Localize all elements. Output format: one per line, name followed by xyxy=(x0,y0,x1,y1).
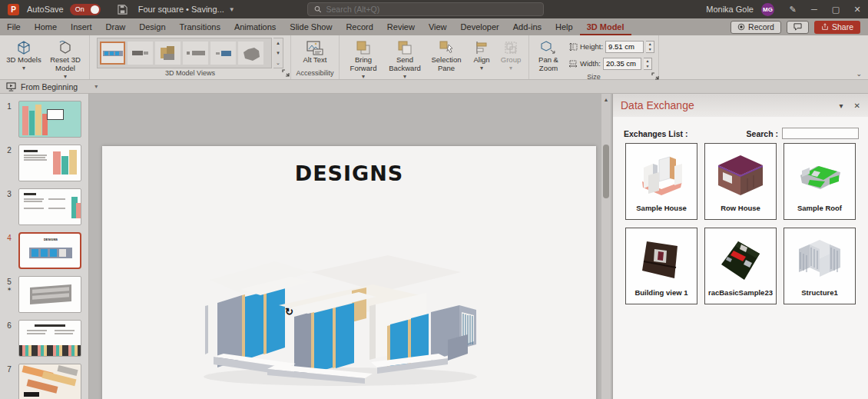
model-card-sample-roof[interactable]: Sample Roof xyxy=(784,143,856,220)
powerpoint-logo-icon[interactable]: P xyxy=(8,4,19,15)
tab-insert[interactable]: Insert xyxy=(64,18,99,35)
model-card-racbasicsample23[interactable]: racBasicSample23 xyxy=(704,228,777,304)
tab-add-ins[interactable]: Add-ins xyxy=(506,18,548,35)
reset-3d-model-button[interactable]: Reset 3D Model▾ xyxy=(45,38,85,80)
tab-record[interactable]: Record xyxy=(339,18,379,35)
model-label: Sample House xyxy=(626,204,697,212)
model-label: Sample Roof xyxy=(784,204,855,212)
exchanges-list-label: Exchanges List : xyxy=(624,129,687,138)
model-card-building-view-1[interactable]: Building view 1 xyxy=(625,228,697,304)
group-label-accessibility: Accessibility xyxy=(291,68,339,79)
model-card-sample-house[interactable]: Sample House xyxy=(625,143,697,220)
align-button[interactable]: Align▾ xyxy=(468,38,495,80)
gallery-more-button[interactable]: ⌄ xyxy=(273,58,283,68)
user-name[interactable]: Monika Gole xyxy=(706,5,754,14)
slide-thumbnail-5[interactable]: 5 ✶ xyxy=(0,276,88,313)
chevron-down-icon: ▾ xyxy=(22,65,25,71)
tab-draw[interactable]: Draw xyxy=(99,18,133,35)
search-icon xyxy=(314,5,321,13)
view-thumbnail[interactable] xyxy=(128,42,153,65)
tab-3d-model[interactable]: 3D Model xyxy=(580,18,631,35)
3d-models-button[interactable]: 3D Models▾ xyxy=(4,38,44,80)
tab-design[interactable]: Design xyxy=(132,18,172,35)
quick-toolbar: From Beginning ▾ xyxy=(0,80,868,94)
close-button[interactable]: ✕ xyxy=(846,0,868,18)
tab-developer[interactable]: Developer xyxy=(454,18,506,35)
width-input[interactable] xyxy=(603,58,641,70)
tab-transitions[interactable]: Transitions xyxy=(173,18,227,35)
record-dot-icon xyxy=(737,23,745,31)
maximize-button[interactable]: ▢ xyxy=(825,0,846,18)
minimize-button[interactable]: ─ xyxy=(803,0,825,18)
view-thumbnail[interactable] xyxy=(238,42,263,65)
record-button[interactable]: Record xyxy=(731,21,781,34)
model-card-structure1[interactable]: Structure1 xyxy=(784,228,856,304)
canvas-scrollbar[interactable]: ▲ xyxy=(601,94,611,399)
panel-dropdown-icon[interactable]: ▾ xyxy=(840,101,843,110)
scrollbar-thumb[interactable] xyxy=(603,145,609,198)
chevron-down-icon[interactable]: ▾ xyxy=(94,83,98,90)
comments-button[interactable] xyxy=(787,21,809,34)
group-objects-icon xyxy=(502,39,520,56)
slide-thumbnail-2[interactable]: 2 xyxy=(0,145,88,181)
dialog-launcher-icon[interactable] xyxy=(282,69,290,78)
selection-pane-icon xyxy=(437,39,456,56)
height-input[interactable] xyxy=(605,41,644,53)
view-thumbnail[interactable] xyxy=(155,42,181,65)
draw-pen-icon[interactable]: ✎ xyxy=(782,0,803,18)
slide-editing-area[interactable]: DESIGNS xyxy=(102,146,596,399)
group-button[interactable]: Group▾ xyxy=(497,38,525,80)
search-input[interactable] xyxy=(326,5,537,14)
building-view-1-thumbnail xyxy=(632,233,691,287)
tab-animations[interactable]: Animations xyxy=(227,18,283,35)
alt-text-button[interactable]: Alt Text xyxy=(295,38,335,68)
collapse-ribbon-icon[interactable]: ⌄ xyxy=(856,70,862,78)
share-button[interactable]: Share xyxy=(814,21,860,34)
search-box[interactable] xyxy=(307,2,544,16)
chevron-down-icon: ▾ xyxy=(480,65,483,71)
from-beginning-button[interactable]: From Beginning xyxy=(21,82,78,91)
selection-pane-button[interactable]: Selection Pane xyxy=(426,38,466,80)
tab-view[interactable]: View xyxy=(422,18,454,35)
slide-title[interactable]: DESIGNS xyxy=(102,161,596,185)
tab-slide-show[interactable]: Slide Show xyxy=(283,18,339,35)
tab-help[interactable]: Help xyxy=(548,18,580,35)
send-backward-button[interactable]: Send Backward▾ xyxy=(385,38,425,80)
slide-3d-model[interactable] xyxy=(194,232,486,386)
ribbon-tab-row: File Home Insert Draw Design Transitions… xyxy=(0,18,868,35)
model-card-row-house[interactable]: Row House xyxy=(704,143,777,220)
sample-house-thumbnail xyxy=(632,148,691,202)
document-title[interactable]: Four square • Saving... ▼ xyxy=(138,5,235,14)
bring-forward-icon xyxy=(354,39,373,56)
slide-thumbnail-7[interactable]: 7 xyxy=(0,364,88,399)
slide-thumbnail-1[interactable]: 1 xyxy=(0,101,88,138)
model-label: racBasicSample23 xyxy=(705,288,776,297)
view-thumbnail[interactable] xyxy=(183,42,208,65)
model-label: Row House xyxy=(705,204,776,212)
view-thumbnail[interactable] xyxy=(210,42,236,65)
panel-search-input[interactable] xyxy=(782,128,859,139)
view-thumbnail-selected[interactable] xyxy=(100,42,125,65)
autosave-toggle[interactable]: On xyxy=(70,4,101,15)
avatar[interactable]: MG xyxy=(761,3,774,16)
pan-zoom-button[interactable]: Pan & Zoom xyxy=(533,38,564,73)
align-icon xyxy=(472,39,491,56)
gallery-up-button[interactable]: ▴ xyxy=(273,38,283,48)
slide-thumbnail-6[interactable]: 6 xyxy=(0,320,88,357)
racbasicsample23-thumbnail xyxy=(711,233,770,287)
slide-thumbnail-3[interactable]: 3 xyxy=(0,188,88,225)
panel-close-icon[interactable]: ✕ xyxy=(854,101,860,110)
tab-file[interactable]: File xyxy=(0,18,28,35)
tab-review[interactable]: Review xyxy=(380,18,422,35)
scroll-up-icon[interactable]: ▲ xyxy=(601,94,611,105)
send-backward-icon xyxy=(396,39,414,56)
width-stepper[interactable]: ▲▼ xyxy=(644,58,652,70)
structure1-thumbnail xyxy=(790,233,849,287)
bring-forward-button[interactable]: Bring Forward▾ xyxy=(343,38,383,80)
save-icon[interactable] xyxy=(118,5,128,15)
height-stepper[interactable]: ▲▼ xyxy=(646,41,654,53)
tab-home[interactable]: Home xyxy=(28,18,64,35)
gallery-down-button[interactable]: ▾ xyxy=(273,48,283,58)
model-views-gallery xyxy=(97,38,272,68)
slide-thumbnail-4-selected[interactable]: 4 DESIGNS xyxy=(0,232,88,269)
